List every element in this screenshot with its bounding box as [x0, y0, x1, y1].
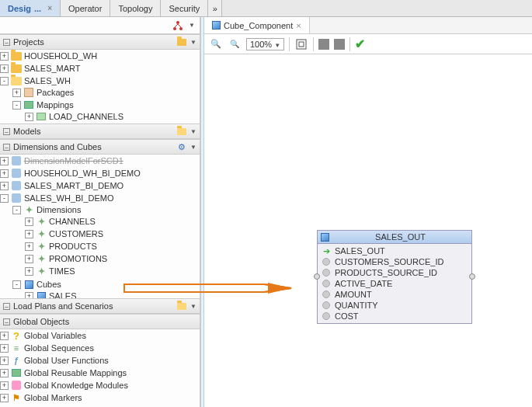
collapse-icon[interactable]: –: [3, 303, 10, 310]
component-row[interactable]: AMOUNT: [318, 289, 471, 300]
dropdown-icon[interactable]: ▼: [190, 144, 196, 151]
expand-icon[interactable]: +: [0, 52, 9, 61]
collapse-icon[interactable]: –: [3, 128, 10, 135]
gear-icon[interactable]: ⚙: [176, 141, 187, 152]
component-row[interactable]: CUSTOMERS_SOURCE_ID: [318, 256, 471, 267]
close-icon[interactable]: ×: [47, 4, 52, 12]
tree-item[interactable]: -SALES_WH_BI_DEMO: [0, 193, 200, 204]
tree-item[interactable]: -Cubes: [12, 279, 200, 290]
zoom-in-icon[interactable]: 🔍: [209, 37, 223, 51]
section-title: Dimensions and Cubes: [13, 142, 173, 151]
expand-icon[interactable]: +: [25, 255, 33, 263]
tree-item[interactable]: +Packages: [12, 87, 200, 98]
tree-item[interactable]: +✦CHANNELS: [25, 216, 200, 227]
component-row[interactable]: ➔SALES_OUT: [318, 245, 471, 256]
zoom-select[interactable]: 100% ▼: [246, 38, 284, 50]
tree-item[interactable]: +✦PRODUCTS: [25, 241, 200, 252]
close-icon[interactable]: ×: [296, 21, 301, 30]
expand-icon[interactable]: +: [0, 394, 9, 402]
folder-dropdown-icon[interactable]: [176, 301, 187, 311]
tree-item[interactable]: +≡Global Sequences: [0, 343, 200, 353]
layout-icon-2[interactable]: [334, 39, 345, 50]
dropdown-icon[interactable]: ▼: [190, 303, 196, 310]
expand-icon[interactable]: +: [0, 332, 9, 340]
tree-item[interactable]: +?Global Variables: [0, 330, 200, 341]
expand-icon[interactable]: +: [25, 242, 33, 251]
diagram-canvas[interactable]: SALES_OUT ➔SALES_OUTCUSTOMERS_SOURCE_IDP…: [204, 54, 532, 407]
tree-item[interactable]: -✦Dimensions: [12, 204, 200, 215]
section-loadplans-header[interactable]: – Load Plans and Scenarios ▼: [0, 298, 200, 314]
tab-designer[interactable]: Desig ×: [0, 0, 61, 16]
collapse-icon[interactable]: –: [3, 144, 10, 151]
editor-tab[interactable]: Cube_Component ×: [204, 17, 310, 33]
collapse-icon[interactable]: -: [12, 206, 21, 214]
tree-item[interactable]: +ƒGlobal User Functions: [0, 355, 200, 366]
hierarchy-icon[interactable]: [172, 19, 184, 32]
tree-item-label: CHANNELS: [49, 217, 96, 226]
tree-item[interactable]: +Global Knowledge Modules: [0, 380, 200, 391]
tree-item[interactable]: +Global Reusable Mappings: [0, 367, 200, 378]
expand-icon[interactable]: +: [0, 182, 9, 190]
expand-icon[interactable]: +: [25, 230, 33, 238]
expand-icon[interactable]: +: [0, 381, 9, 390]
section-globals-header[interactable]: – Global Objects: [0, 314, 200, 329]
expand-icon[interactable]: +: [25, 292, 33, 299]
dimension-icon: ✦: [36, 266, 47, 277]
layout-icon-1[interactable]: [318, 39, 329, 50]
expand-icon[interactable]: +: [25, 113, 33, 121]
tree-item[interactable]: +✦PROMOTIONS: [25, 253, 200, 264]
expand-icon[interactable]: +: [25, 217, 33, 226]
validate-icon[interactable]: ✔: [355, 37, 365, 51]
tree-item[interactable]: +⚑Global Markers: [0, 392, 200, 403]
component-row[interactable]: QUANTITY: [318, 300, 471, 311]
expand-icon[interactable]: +: [0, 357, 9, 365]
section-dimcubes-header[interactable]: – Dimensions and Cubes ⚙ ▼: [0, 139, 200, 155]
tree-item[interactable]: +✦CUSTOMERS: [25, 228, 200, 239]
tree-item[interactable]: +SALES_MART_BI_DEMO: [0, 180, 200, 191]
collapse-icon[interactable]: -: [0, 77, 9, 85]
expand-icon[interactable]: +: [12, 89, 21, 97]
tab-overflow[interactable]: »: [208, 0, 222, 16]
tree-item[interactable]: +HOUSEHOLD_WH_BI_DEMO: [0, 168, 200, 179]
section-models-header[interactable]: – Models ▼: [0, 123, 200, 139]
component-row[interactable]: COST: [318, 311, 471, 322]
collapse-icon[interactable]: –: [3, 318, 10, 325]
dropdown-icon[interactable]: ▼: [190, 39, 196, 46]
component-row[interactable]: PRODUCTS_SOURCE_ID: [318, 267, 471, 278]
dropdown-icon[interactable]: ▼: [189, 22, 195, 29]
dropdown-icon[interactable]: ▼: [190, 128, 196, 135]
component-row[interactable]: ACTIVE_DATE: [318, 278, 471, 289]
folder-dropdown-icon[interactable]: [176, 126, 187, 137]
tree-item[interactable]: +SALES: [25, 290, 200, 298]
tree-item[interactable]: +LOAD_CHANNELS: [25, 111, 200, 122]
collapse-icon[interactable]: -: [12, 280, 21, 289]
tree-item[interactable]: +HOUSEHOLD_WH: [0, 50, 200, 61]
collapse-icon[interactable]: –: [3, 39, 10, 46]
tree-item[interactable]: +SALES_MART: [0, 63, 200, 74]
tree-item[interactable]: -SALES_WH: [0, 75, 200, 86]
component-sales-out[interactable]: SALES_OUT ➔SALES_OUTCUSTOMERS_SOURCE_IDP…: [317, 230, 472, 324]
tree-item[interactable]: -Mappings: [12, 99, 200, 110]
tab-security[interactable]: Security: [161, 0, 208, 16]
collapse-icon[interactable]: -: [0, 194, 9, 203]
mapping-item-icon: [36, 111, 47, 122]
tree-item[interactable]: +DimensionModelForSCD1: [0, 155, 200, 166]
expand-icon[interactable]: +: [0, 64, 9, 73]
folder-dropdown-icon[interactable]: [176, 37, 187, 47]
expand-icon[interactable]: +: [25, 267, 33, 276]
tree-item[interactable]: +✦TIMES: [25, 266, 200, 277]
zoom-out-icon[interactable]: 🔍: [228, 37, 242, 51]
expand-icon[interactable]: +: [0, 369, 9, 377]
output-port[interactable]: [469, 273, 475, 280]
expand-icon[interactable]: +: [0, 344, 9, 353]
section-projects-header[interactable]: – Projects ▼: [0, 34, 200, 50]
input-port[interactable]: [314, 273, 320, 280]
expand-icon[interactable]: +: [0, 157, 9, 165]
tree-item-label: Global Reusable Mappings: [24, 368, 127, 377]
expand-icon[interactable]: +: [0, 169, 9, 178]
component-header[interactable]: SALES_OUT: [318, 231, 471, 244]
fit-icon[interactable]: [294, 37, 308, 51]
collapse-icon[interactable]: -: [12, 101, 21, 110]
tab-topology[interactable]: Topology: [110, 0, 161, 16]
tab-operator[interactable]: Operator: [61, 0, 110, 16]
